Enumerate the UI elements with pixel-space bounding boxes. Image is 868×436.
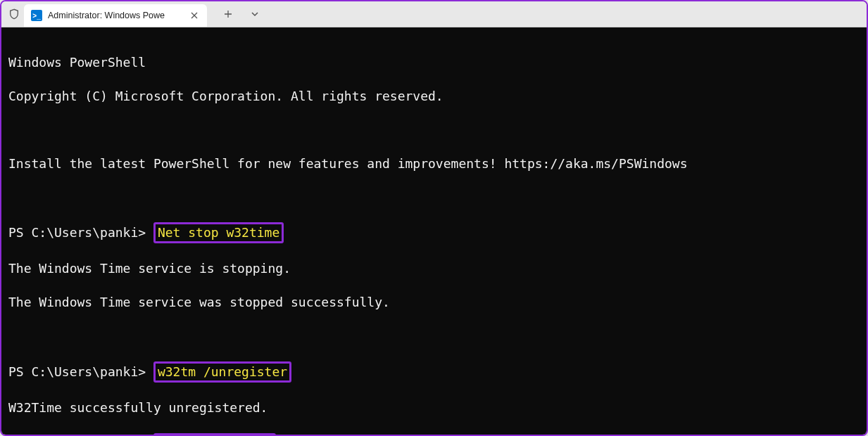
tab-title: Administrator: Windows Powe <box>48 11 183 20</box>
terminal-blank <box>8 328 860 345</box>
terminal-blank <box>8 122 860 139</box>
terminal-line: W32Time successfully unregistered. <box>8 399 860 416</box>
terminal-line: Windows PowerShell <box>8 54 860 71</box>
terminal-line: PS C:\Users\panki> Net stop w32time <box>8 222 860 243</box>
highlighted-command: w32tm /unregister <box>153 361 291 383</box>
new-tab-button[interactable] <box>215 4 241 25</box>
highlighted-command: w32tm /register <box>153 433 277 435</box>
terminal-line: PS C:\Users\panki> w32tm /register <box>8 433 860 435</box>
close-icon[interactable] <box>189 10 200 21</box>
prompt: PS C:\Users\panki> <box>8 364 153 379</box>
terminal-line: Copyright (C) Microsoft Corporation. All… <box>8 88 860 105</box>
highlighted-command: Net stop w32time <box>153 222 284 243</box>
titlebar: >_ Administrator: Windows Powe <box>1 1 867 27</box>
terminal-blank <box>8 188 860 205</box>
prompt: PS C:\Users\panki> <box>8 225 153 240</box>
terminal-line: PS C:\Users\panki> w32tm /unregister <box>8 361 860 383</box>
terminal-line: Install the latest PowerShell for new fe… <box>8 155 860 172</box>
shield-icon <box>4 8 24 20</box>
terminal-line: The Windows Time service was stopped suc… <box>8 294 860 311</box>
terminal-window: >_ Administrator: Windows Powe Windows P… <box>0 0 868 436</box>
powershell-icon: >_ <box>31 10 42 21</box>
tab-dropdown-button[interactable] <box>242 4 268 25</box>
terminal-output[interactable]: Windows PowerShell Copyright (C) Microso… <box>1 27 867 435</box>
tab-active[interactable]: >_ Administrator: Windows Powe <box>24 4 207 27</box>
terminal-line: The Windows Time service is stopping. <box>8 260 860 277</box>
titlebar-buttons <box>215 4 268 25</box>
